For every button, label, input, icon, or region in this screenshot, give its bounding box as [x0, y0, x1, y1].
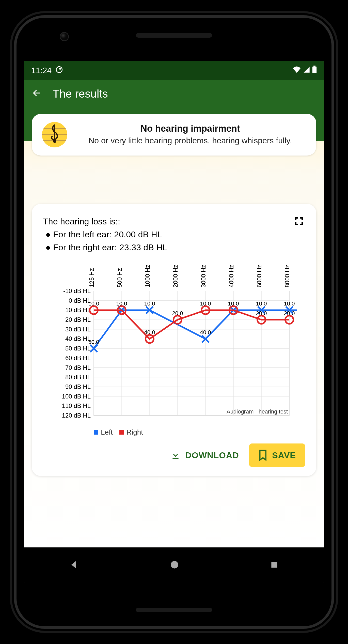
- summary-description: No or very little hearing problems, hear…: [74, 135, 306, 146]
- svg-point-0: [56, 67, 62, 72]
- svg-text:125 Hz: 125 Hz: [88, 268, 95, 287]
- wifi-icon: [292, 66, 301, 75]
- android-nav-bar: [24, 547, 324, 583]
- svg-point-1: [59, 68, 61, 70]
- download-label: DOWNLOAD: [185, 450, 239, 460]
- svg-text:1000 Hz: 1000 Hz: [144, 265, 151, 287]
- svg-rect-3: [312, 67, 317, 73]
- svg-rect-93: [271, 562, 277, 568]
- svg-text:10.0: 10.0: [228, 300, 239, 307]
- svg-text:10.0: 10.0: [200, 300, 211, 307]
- hearing-loss-right: For the right ear: 23.33 dB HL: [53, 242, 167, 252]
- svg-text:80 dB HL: 80 dB HL: [65, 374, 91, 380]
- save-label: SAVE: [272, 450, 296, 460]
- svg-rect-2: [313, 66, 315, 67]
- status-bar: 11:24: [24, 61, 324, 80]
- download-button[interactable]: DOWNLOAD: [170, 450, 239, 460]
- legend-left: Left: [101, 428, 113, 436]
- svg-text:10 dB HL: 10 dB HL: [65, 306, 91, 313]
- svg-text:40 dB HL: 40 dB HL: [65, 335, 91, 342]
- svg-text:3000 Hz: 3000 Hz: [200, 265, 207, 287]
- svg-text:50.0: 50.0: [88, 339, 99, 345]
- svg-text:30 dB HL: 30 dB HL: [65, 326, 91, 333]
- svg-text:10.0: 10.0: [256, 300, 267, 307]
- svg-text:0 dB HL: 0 dB HL: [69, 297, 91, 304]
- svg-text:8000 Hz: 8000 Hz: [284, 265, 291, 287]
- summary-card: No hearing impairment No or very little …: [32, 114, 316, 156]
- chart-legend: Left Right: [94, 428, 305, 436]
- svg-text:120 dB HL: 120 dB HL: [62, 412, 91, 419]
- app-bar: The results: [24, 80, 324, 108]
- svg-text:50 dB HL: 50 dB HL: [65, 345, 91, 352]
- signal-icon: [303, 66, 310, 75]
- svg-text:20.0: 20.0: [284, 310, 295, 316]
- svg-text:10.0: 10.0: [116, 300, 127, 307]
- svg-text:110 dB HL: 110 dB HL: [62, 402, 91, 409]
- svg-text:90 dB HL: 90 dB HL: [65, 383, 91, 390]
- status-time: 11:24: [31, 66, 52, 75]
- svg-text:4000 Hz: 4000 Hz: [228, 265, 235, 287]
- svg-text:60 dB HL: 60 dB HL: [65, 355, 91, 361]
- page-title: The results: [53, 87, 108, 100]
- legend-right: Right: [126, 428, 143, 436]
- audiogram-chart: -10 dB HL0 dB HL10 dB HL20 dB HL30 dB HL…: [43, 263, 305, 427]
- svg-text:10.0: 10.0: [144, 300, 155, 307]
- svg-text:40.0: 40.0: [144, 329, 155, 335]
- svg-text:6000 Hz: 6000 Hz: [256, 265, 263, 287]
- save-button[interactable]: SAVE: [249, 443, 305, 467]
- svg-text:20.0: 20.0: [256, 310, 267, 316]
- svg-text:20.0: 20.0: [172, 310, 183, 316]
- hearing-loss-left: For the left ear: 20.00 dB HL: [53, 229, 162, 239]
- svg-text:40.0: 40.0: [200, 329, 211, 335]
- svg-text:10.0: 10.0: [88, 300, 99, 307]
- data-saver-icon: [56, 66, 63, 75]
- summary-title: No hearing impairment: [74, 123, 306, 134]
- audiogram-card: The hearing loss is:: ● For the left ear…: [32, 204, 316, 476]
- fullscreen-button[interactable]: [293, 215, 305, 227]
- svg-text:Audiogram - hearing test: Audiogram - hearing test: [227, 408, 288, 415]
- svg-text:100 dB HL: 100 dB HL: [62, 393, 91, 400]
- treble-clef-icon: [42, 122, 67, 147]
- battery-icon: [312, 66, 317, 75]
- nav-home[interactable]: [169, 559, 180, 571]
- nav-back[interactable]: [69, 559, 80, 571]
- svg-point-92: [171, 561, 178, 568]
- svg-text:70 dB HL: 70 dB HL: [65, 364, 91, 371]
- back-button[interactable]: [31, 88, 41, 100]
- nav-recent[interactable]: [269, 560, 279, 571]
- svg-text:-10 dB HL: -10 dB HL: [63, 287, 91, 294]
- svg-text:20 dB HL: 20 dB HL: [65, 316, 91, 323]
- svg-text:10.0: 10.0: [284, 300, 295, 307]
- hearing-loss-heading: The hearing loss is::: [43, 215, 167, 228]
- svg-text:2000 Hz: 2000 Hz: [172, 265, 179, 287]
- svg-text:500 Hz: 500 Hz: [116, 268, 123, 287]
